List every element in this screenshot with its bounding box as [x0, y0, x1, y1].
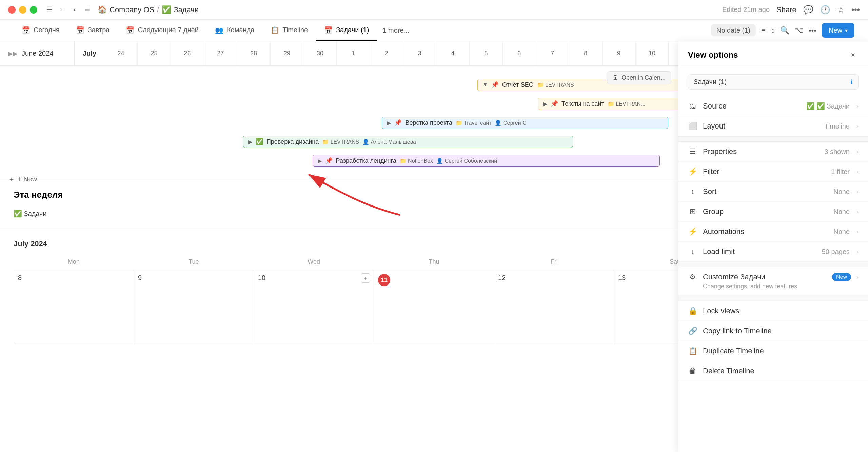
panel-sort-row[interactable]: ↕ Sort None › [678, 182, 868, 202]
panel-group-row[interactable]: ⊞ Group None › [678, 202, 868, 222]
customize-section[interactable]: ⚙ Customize Задачи New › Change settings… [678, 267, 868, 296]
titlebar-right: Edited 21m ago Share 💬 🕐 ☆ ••• [722, 5, 860, 15]
date-6: 6 [503, 41, 536, 65]
share-button[interactable]: Share [776, 5, 796, 14]
group-label: Group [703, 207, 828, 216]
new-task-label: + New [18, 175, 37, 183]
panel-lock-views-row[interactable]: 🔒 Lock views [678, 301, 868, 321]
options-dots-icon[interactable]: ••• [809, 26, 816, 35]
calendar-icon: 🗓 [613, 74, 619, 81]
tab-team-icon: 👥 [215, 26, 223, 34]
layout-value: Timeline [824, 122, 850, 130]
panel-copy-link-row[interactable]: 🔗 Copy link to Timeline [678, 321, 868, 341]
panel-filter-row[interactable]: ⚡ Filter 1 filter › [678, 162, 868, 182]
side-panel: View options × Задачи (1) ℹ 🗂 Source ✅ ✅… [678, 41, 868, 452]
date-26: 26 [171, 41, 204, 65]
open-calendar-button[interactable]: 🗓 Open in Calen... [607, 71, 671, 84]
history-icon[interactable]: 🕐 [820, 5, 830, 15]
duplicate-icon: 📋 [688, 347, 697, 355]
panel-layout-row[interactable]: ⬜ Layout Timeline › [678, 116, 868, 136]
customize-row[interactable]: ⚙ Customize Задачи New › [688, 273, 859, 281]
automations-icon: ⚡ [688, 227, 697, 236]
date-25: 25 [138, 41, 171, 65]
calendar-cell-10: 10 ＋ [254, 270, 374, 344]
day-wed: Wed [254, 257, 374, 267]
tab-tasks-icon: 📅 [324, 26, 333, 34]
new-button[interactable]: New ▾ [822, 23, 854, 38]
customize-chevron-icon: › [856, 274, 859, 281]
branch-icon[interactable]: ⌥ [795, 26, 803, 35]
task3-expand-icon: ▶ [387, 120, 391, 126]
comment-icon[interactable]: 💬 [803, 5, 813, 15]
current-month-label: July [75, 50, 104, 57]
lock-views-label: Lock views [703, 307, 859, 315]
tab-team[interactable]: 👥 Команда [207, 20, 262, 41]
date-27: 27 [204, 41, 237, 65]
filter-label: Filter [703, 167, 826, 176]
panel-automations-row[interactable]: ⚡ Automations None › [678, 222, 868, 242]
back-arrow-icon[interactable]: ← [59, 5, 66, 14]
source-value: ✅ ✅ Задачи [806, 102, 850, 110]
task-icon-3: 📌 [394, 119, 402, 126]
new-task-plus-icon: ＋ [8, 175, 15, 184]
add-page-icon[interactable]: ＋ [83, 4, 92, 16]
new-button-arrow-icon: ▾ [845, 27, 848, 34]
task-bar-verstka[interactable]: ▶ 📌 Верстка проекта 📁 Travel сайт 👤 Серг… [382, 117, 668, 129]
favorite-icon[interactable]: ☆ [837, 5, 845, 15]
panel-duplicate-row[interactable]: 📋 Duplicate Timeline [678, 341, 868, 361]
close-panel-button[interactable]: × [848, 50, 859, 60]
task2-expand-icon: ▶ [543, 101, 547, 107]
more-tabs-link[interactable]: 1 more... [377, 26, 415, 34]
view-name-input[interactable]: Задачи (1) ℹ [688, 74, 859, 90]
more-options-icon[interactable]: ••• [851, 5, 860, 15]
tab-today-icon: 📅 [22, 26, 30, 34]
task-icon-4: ✅ [256, 138, 263, 145]
panel-source-row[interactable]: 🗂 Source ✅ ✅ Задачи › [678, 96, 868, 116]
panel-load-limit-row[interactable]: ↓ Load limit 50 pages › [678, 242, 868, 262]
prev-month-name: June 2024 [22, 50, 53, 57]
prev-month-label: ▶▶ [8, 50, 18, 57]
tab-tomorrow[interactable]: 📅 Завтра [68, 20, 118, 41]
filter-list-icon[interactable]: ≡ [761, 26, 766, 35]
panel-separator-2 [678, 262, 868, 267]
search-icon[interactable]: 🔍 [780, 26, 789, 35]
copy-link-label: Copy link to Timeline [703, 327, 859, 335]
task-expand-icon: ▼ [482, 82, 488, 88]
day-fri: Fri [494, 257, 614, 267]
tab-timeline[interactable]: 📋 Timeline [262, 20, 316, 41]
minimize-button[interactable] [19, 6, 26, 14]
menu-icon[interactable]: ☰ [46, 5, 53, 14]
date-3: 3 [403, 41, 436, 65]
no-date-badge: No date (1) [711, 24, 756, 36]
filter-value: 1 filter [831, 168, 850, 176]
tab-next7-label: Следующие 7 дней [138, 26, 198, 34]
group-chevron-icon: › [856, 208, 859, 215]
panel-properties-row[interactable]: ☰ Properties 3 shown › [678, 142, 868, 162]
date-24: 24 [104, 41, 138, 65]
close-button[interactable] [8, 6, 16, 14]
task-bar-razrabotka[interactable]: ▶ 📌 Разработка лендинга 📁 NotionBox 👤 Се… [313, 155, 660, 167]
calendar-cell-12: 12 [494, 270, 614, 344]
maximize-button[interactable] [30, 6, 37, 14]
view-name-info-icon[interactable]: ℹ [850, 78, 853, 86]
sort-icon[interactable]: ↕ [771, 26, 775, 35]
tab-tasks[interactable]: 📅 Задачи (1) [316, 20, 377, 41]
tab-today[interactable]: 📅 Сегодня [14, 20, 68, 41]
side-panel-header: View options × [678, 41, 868, 67]
breadcrumb-app-name: Company OS [110, 5, 154, 14]
calendar-cell-11: 11 [374, 270, 494, 344]
date-30: 30 [303, 41, 337, 65]
calendar-month-title: July 2024 [14, 239, 47, 248]
task-bar-proverka[interactable]: ▶ ✅ Проверка дизайна 📁 LEVTRANS 👤 Алёна … [243, 136, 573, 148]
panel-delete-row[interactable]: 🗑 Delete Timeline [678, 361, 868, 381]
task-folder-2: 📁 LEVTRAN... [608, 101, 646, 107]
tab-next7[interactable]: 📅 Следующие 7 дней [118, 20, 206, 41]
source-check-icon: ✅ [806, 102, 815, 110]
calendar-add-10[interactable]: ＋ [361, 273, 370, 283]
tab-tasks-label: Задачи (1) [336, 26, 369, 34]
forward-arrow-icon[interactable]: → [69, 5, 77, 14]
task-folder-3: 📁 Travel сайт [456, 120, 492, 126]
date-7: 7 [536, 41, 569, 65]
load-limit-icon: ↓ [688, 247, 697, 256]
group-value: None [833, 208, 850, 216]
